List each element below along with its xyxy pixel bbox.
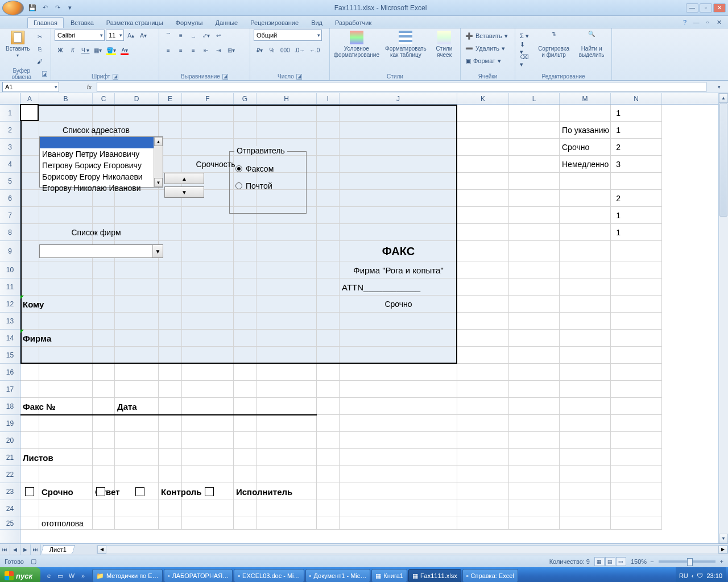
close-button[interactable]: ✕	[713, 3, 726, 13]
copy-icon[interactable]: ⎘	[34, 43, 46, 55]
format-as-table-button[interactable]: Форматировать как таблицу	[382, 30, 429, 59]
merge-center-icon[interactable]: ⊞▾	[225, 44, 237, 56]
listbox-scroll-up-icon[interactable]: ▲	[154, 137, 163, 146]
col-header-H[interactable]: H	[257, 93, 317, 104]
listbox-item[interactable]: Борисову Егору Николаеви	[40, 171, 163, 182]
number-format-select[interactable]: Общий	[254, 30, 322, 41]
minimize-button[interactable]: —	[686, 3, 698, 13]
taskbar-item[interactable]: ▦Книга1	[371, 569, 407, 582]
firms-combobox[interactable]: ▼	[39, 244, 163, 258]
row-header-11[interactable]: 11	[0, 278, 20, 296]
font-size-select[interactable]: 11	[106, 30, 124, 41]
cell-L7[interactable]: 1	[509, 207, 623, 224]
align-center-icon[interactable]: ≡	[175, 44, 187, 56]
vertical-scrollbar[interactable]: ▲ ▼	[718, 93, 728, 543]
urgency-spinner[interactable]: ▲▼	[164, 173, 204, 198]
row-header-17[interactable]: 17	[0, 381, 20, 398]
col-header-G[interactable]: G	[234, 93, 257, 104]
cell-M3[interactable]: Срочно	[560, 139, 673, 156]
row-header-3[interactable]: 3	[0, 139, 20, 156]
zoom-in-icon[interactable]: +	[720, 558, 723, 565]
listbox-item[interactable]: Петрову Борису Егоровичу	[40, 160, 163, 171]
row-header-4[interactable]: 4	[0, 156, 20, 173]
cell-D18[interactable]: Дата	[115, 398, 229, 415]
taskbar-item[interactable]: ▫Документ1 - Mic…	[305, 569, 371, 582]
scroll-thumb[interactable]	[719, 103, 727, 217]
number-launcher[interactable]: ◢	[296, 74, 302, 80]
row-header-8[interactable]: 8	[0, 224, 20, 241]
horizontal-scrollbar[interactable]: ◀ ▶	[97, 545, 728, 554]
row-header-9[interactable]: 9	[0, 241, 20, 261]
tab-formulas[interactable]: Формулы	[170, 18, 209, 28]
checkbox-1[interactable]	[96, 487, 105, 496]
row-header-19[interactable]: 19	[0, 415, 20, 432]
tab-view[interactable]: Вид	[305, 18, 328, 28]
cell-A14[interactable]: Фирма	[20, 330, 134, 347]
checkbox-3[interactable]	[205, 487, 214, 496]
listbox-item[interactable]: Иванову Петру Ивановичу	[40, 148, 163, 160]
row-header-7[interactable]: 7	[0, 207, 20, 224]
cell-J9[interactable]: ФАКС	[340, 241, 457, 261]
row-header-22[interactable]: 22	[0, 466, 20, 483]
clear-button[interactable]: ⌫ ▾	[519, 55, 530, 67]
hscroll-left-icon[interactable]: ◀	[97, 546, 106, 554]
save-icon[interactable]: 💾	[27, 3, 38, 13]
find-select-button[interactable]: 🔍Найти и выделить	[575, 30, 608, 59]
increase-decimal-icon[interactable]: .0→	[293, 44, 307, 56]
cell-L8[interactable]: 1	[509, 224, 623, 241]
cell-B25[interactable]: ототполова	[39, 517, 153, 530]
row-header-14[interactable]: 14	[0, 330, 20, 347]
row-header-5[interactable]: 5	[0, 173, 20, 190]
checkbox-0[interactable]	[25, 487, 34, 496]
start-button[interactable]: пуск	[0, 567, 40, 582]
taskbar-item[interactable]: ▫ЛАБОРАТОРНАЯ…	[164, 569, 233, 582]
hscroll-right-icon[interactable]: ▶	[718, 546, 727, 554]
cell-M4[interactable]: Немедленно	[560, 156, 673, 173]
listbox-scroll-down-icon[interactable]: ▼	[154, 178, 163, 187]
col-header-F[interactable]: F	[182, 93, 234, 104]
ribbon-restore-icon[interactable]: ▫	[703, 18, 712, 27]
tab-developer[interactable]: Разработчик	[329, 18, 377, 28]
cut-icon[interactable]: ✂	[34, 31, 46, 42]
italic-button[interactable]: К	[67, 44, 78, 56]
formula-bar-expand-icon[interactable]: ▾	[718, 84, 726, 90]
col-header-I[interactable]: I	[317, 93, 340, 104]
col-header-C[interactable]: C	[93, 93, 115, 104]
col-header-K[interactable]: K	[457, 93, 509, 104]
paste-button[interactable]: Вставить ▾	[3, 30, 32, 59]
tab-data[interactable]: Данные	[209, 18, 243, 28]
undo-icon[interactable]: ↶	[40, 3, 50, 13]
shrink-font-icon[interactable]: A▾	[138, 30, 149, 41]
font-launcher[interactable]: ◢	[113, 74, 118, 80]
align-middle-icon[interactable]: ≡	[175, 30, 187, 41]
align-bottom-icon[interactable]: ⎵	[188, 30, 199, 41]
zoom-out-icon[interactable]: −	[650, 558, 653, 565]
border-button[interactable]: ▦▾	[92, 44, 104, 56]
underline-button[interactable]: Ч ▾	[80, 44, 91, 56]
ql-more-icon[interactable]: »	[78, 569, 88, 582]
orientation-icon[interactable]: ⤢▾	[200, 30, 212, 41]
ql-word-icon[interactable]: W	[67, 569, 77, 582]
bold-button[interactable]: Ж	[55, 44, 66, 56]
name-box[interactable]: A1	[2, 82, 59, 92]
listbox-item[interactable]: Егорову Николаю Иванови	[40, 182, 163, 194]
select-all-corner[interactable]	[0, 93, 20, 104]
row-header-24[interactable]: 24	[0, 500, 20, 517]
row-header-1[interactable]: 1	[0, 105, 20, 122]
fx-icon[interactable]: fx	[84, 84, 94, 90]
decrease-decimal-icon[interactable]: ←.0	[308, 44, 321, 56]
formula-bar[interactable]	[97, 82, 706, 92]
col-header-N[interactable]: N	[611, 93, 662, 104]
tray-clock[interactable]: 23:10	[706, 572, 722, 579]
checkbox-2[interactable]	[135, 487, 144, 496]
cell-J10[interactable]: Фирма "Рога и копыта"	[340, 261, 457, 278]
cell-A12[interactable]: Кому	[20, 296, 134, 313]
row-header-21[interactable]: 21	[0, 449, 20, 466]
spinner-down-icon[interactable]: ▼	[164, 186, 204, 198]
tab-insert[interactable]: Вставка	[65, 18, 100, 28]
zoom-slider[interactable]	[659, 560, 715, 563]
combobox-text[interactable]	[40, 245, 152, 257]
align-launcher[interactable]: ◢	[222, 74, 228, 80]
currency-icon[interactable]: ₽▾	[254, 44, 265, 56]
decrease-indent-icon[interactable]: ⇤	[200, 44, 212, 56]
